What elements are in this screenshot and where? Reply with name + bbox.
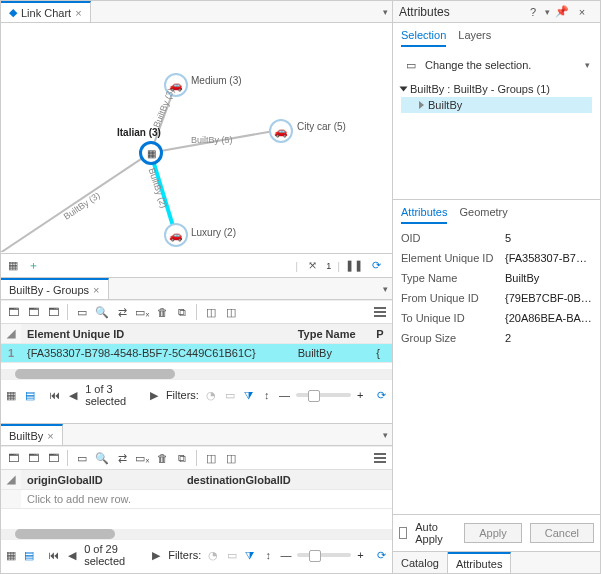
- menu-icon[interactable]: [372, 453, 388, 463]
- dropdown-icon[interactable]: ▾: [383, 284, 388, 294]
- subtab-geometry[interactable]: Geometry: [459, 206, 507, 224]
- h-scrollbar[interactable]: [1, 529, 392, 539]
- refresh-icon[interactable]: ⟳: [368, 258, 384, 274]
- select-icon[interactable]: ▭: [74, 450, 90, 466]
- auto-apply-checkbox[interactable]: [399, 527, 407, 539]
- form-view-icon[interactable]: ▤: [23, 547, 35, 563]
- col-type-name[interactable]: Type Name: [292, 324, 371, 344]
- add-field-icon[interactable]: 🗔: [25, 304, 41, 320]
- refresh-icon[interactable]: ⟳: [376, 547, 388, 563]
- tree-child-row[interactable]: BuiltBy: [401, 97, 592, 113]
- next-icon[interactable]: ▶: [150, 547, 162, 563]
- tab-catalog[interactable]: Catalog: [393, 552, 448, 573]
- zoom-slider[interactable]: [296, 393, 351, 397]
- copy-icon[interactable]: ⧉: [174, 304, 190, 320]
- switch-icon[interactable]: ⇄: [114, 304, 130, 320]
- node-italian[interactable]: ▦: [139, 141, 163, 165]
- col-origin[interactable]: originGlobalID: [21, 470, 181, 490]
- add-field-icon[interactable]: 🗔: [25, 450, 41, 466]
- filter-extent-icon[interactable]: ▭: [223, 387, 236, 403]
- calc-icon[interactable]: 🗔: [45, 450, 61, 466]
- field-icon[interactable]: 🗔: [5, 304, 21, 320]
- close-icon[interactable]: ×: [574, 4, 590, 20]
- row-num[interactable]: 1: [1, 344, 21, 363]
- close-icon[interactable]: ×: [47, 430, 53, 442]
- copy-icon[interactable]: ⧉: [174, 450, 190, 466]
- corner-cell[interactable]: ◢: [1, 470, 21, 490]
- tool-a-icon[interactable]: ◫: [203, 304, 219, 320]
- h-scrollbar[interactable]: [1, 369, 392, 379]
- tool-a-icon[interactable]: ◫: [203, 450, 219, 466]
- zoom-sel-icon[interactable]: 🔍: [94, 450, 110, 466]
- col-p[interactable]: P: [370, 324, 392, 344]
- pin-icon[interactable]: 📌: [554, 4, 570, 20]
- dropdown-icon[interactable]: ▾: [383, 430, 388, 440]
- field-icon[interactable]: 🗔: [5, 450, 21, 466]
- grid-icon[interactable]: ▦: [5, 258, 21, 274]
- sort-icon[interactable]: ↕: [261, 387, 274, 403]
- col-dest[interactable]: destinationGlobalID: [181, 470, 392, 490]
- node-luxury[interactable]: 🚗: [164, 223, 188, 247]
- attr-val[interactable]: BuiltBy: [505, 272, 592, 284]
- clear-sel-icon[interactable]: ▭ₓ: [134, 304, 150, 320]
- first-icon[interactable]: ⏮: [48, 547, 60, 563]
- filter-time-icon[interactable]: ◔: [207, 547, 219, 563]
- tab-linkchart[interactable]: ◆ Link Chart ×: [1, 1, 91, 22]
- subtab-attributes[interactable]: Attributes: [401, 206, 447, 224]
- select-icon[interactable]: ▭: [74, 304, 90, 320]
- dropdown-icon[interactable]: ▾: [545, 7, 550, 17]
- delete-icon[interactable]: 🗑: [154, 304, 170, 320]
- refresh-icon[interactable]: ⟳: [375, 387, 388, 403]
- zoom-extent-icon[interactable]: ⤧: [304, 258, 320, 274]
- dropdown-icon[interactable]: ▾: [585, 60, 590, 70]
- clear-sel-icon[interactable]: ▭ₓ: [134, 450, 150, 466]
- dropdown-icon[interactable]: ▾: [383, 7, 388, 17]
- tool-b-icon[interactable]: ◫: [223, 304, 239, 320]
- next-icon[interactable]: ▶: [147, 387, 160, 403]
- filter-time-icon[interactable]: ◔: [205, 387, 218, 403]
- tab-layers[interactable]: Layers: [458, 29, 491, 47]
- attr-val[interactable]: 2: [505, 332, 592, 344]
- form-view-icon[interactable]: ▤: [24, 387, 37, 403]
- help-icon[interactable]: ?: [525, 4, 541, 20]
- corner-cell[interactable]: ◢: [1, 324, 21, 344]
- change-selection-row[interactable]: ▭ Change the selection. ▾: [401, 53, 592, 77]
- first-icon[interactable]: ⏮: [48, 387, 61, 403]
- table-row[interactable]: 1 {FA358307-B798-4548-B5F7-5C449C61B61C}…: [1, 344, 392, 363]
- switch-icon[interactable]: ⇄: [114, 450, 130, 466]
- delete-icon[interactable]: 🗑: [154, 450, 170, 466]
- cell-p[interactable]: {: [370, 344, 392, 363]
- zoom-sel-icon[interactable]: 🔍: [94, 304, 110, 320]
- cell-type[interactable]: BuiltBy: [292, 344, 371, 363]
- close-icon[interactable]: ×: [75, 7, 81, 19]
- tool-b-icon[interactable]: ◫: [223, 450, 239, 466]
- menu-icon[interactable]: [372, 307, 388, 317]
- expand-icon[interactable]: [419, 101, 424, 109]
- collapse-icon[interactable]: [400, 87, 408, 92]
- filter-funnel-icon[interactable]: ⧩: [244, 547, 256, 563]
- add-icon[interactable]: ＋: [25, 258, 41, 274]
- pause-icon[interactable]: ❚❚: [346, 258, 362, 274]
- col-element-id[interactable]: Element Unique ID: [21, 324, 292, 344]
- table-view-icon[interactable]: ▦: [5, 547, 17, 563]
- table-row-empty[interactable]: Click to add new row.: [1, 490, 392, 509]
- tab-builtby[interactable]: BuiltBy ×: [1, 424, 63, 445]
- filter-extent-icon[interactable]: ▭: [226, 547, 238, 563]
- apply-button[interactable]: Apply: [464, 523, 522, 543]
- filter-funnel-icon[interactable]: ⧩: [242, 387, 255, 403]
- prev-icon[interactable]: ◀: [66, 547, 78, 563]
- cell-id[interactable]: {FA358307-B798-4548-B5F7-5C449C61B61C}: [21, 344, 292, 363]
- tab-attributes-bottom[interactable]: Attributes: [448, 552, 511, 573]
- tree-group-row[interactable]: BuiltBy : BuiltBy - Groups (1): [401, 81, 592, 97]
- tab-selection[interactable]: Selection: [401, 29, 446, 47]
- sort-icon[interactable]: ↕: [262, 547, 274, 563]
- table-view-icon[interactable]: ▦: [5, 387, 18, 403]
- calc-icon[interactable]: 🗔: [45, 304, 61, 320]
- close-icon[interactable]: ×: [93, 284, 99, 296]
- zoom-slider[interactable]: [297, 553, 351, 557]
- empty-hint[interactable]: Click to add new row.: [21, 490, 392, 509]
- cancel-button[interactable]: Cancel: [530, 523, 594, 543]
- attr-val[interactable]: 5: [505, 232, 592, 244]
- tab-groups[interactable]: BuiltBy - Groups ×: [1, 278, 109, 299]
- link-chart-canvas[interactable]: 🚗 Medium (3) ▦ Italian (3) 🚗 City car (5…: [1, 23, 392, 253]
